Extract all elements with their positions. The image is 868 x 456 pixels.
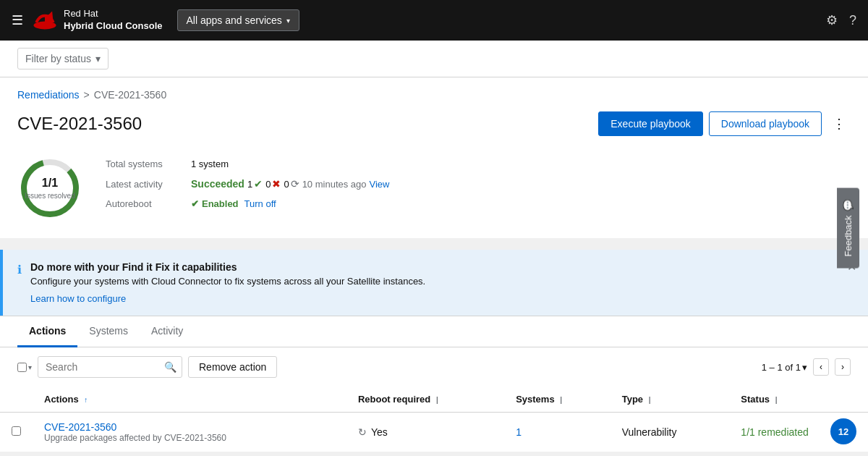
page-actions: Execute playbook Download playbook ⋮ [598,109,851,138]
info-icon: ℹ [17,263,22,276]
feedback-label: Feedback [843,215,854,256]
more-options-button[interactable]: ⋮ [827,109,851,138]
th-status: Status | [729,387,868,413]
row-checkbox[interactable] [12,426,21,436]
type-filter-icon[interactable]: | [649,396,651,404]
spinner-icon: ⟳ [291,178,299,190]
systems-filter-icon[interactable]: | [560,396,562,404]
redhat-logo-icon [32,10,58,30]
reboot-value: Yes [371,426,388,438]
status-filter-icon[interactable]: | [775,396,778,404]
pagination-info: 1 – 1 of 1 ▾ ‹ › [762,358,851,376]
filter-status-dropdown[interactable]: Filter by status ▾ [17,48,109,69]
row-checkbox-cell [0,413,33,452]
select-all-chevron[interactable]: ▾ [28,363,32,371]
table-row: CVE-2021-3560 Upgrade packages affected … [0,413,868,452]
download-playbook-button[interactable]: Download playbook [709,111,822,136]
total-systems-row: Total systems 1 system [106,159,390,169]
remove-action-button[interactable]: Remove action [188,356,277,378]
execute-playbook-button[interactable]: Execute playbook [598,111,703,136]
table-body: CVE-2021-3560 Upgrade packages affected … [0,413,868,452]
tab-actions[interactable]: Actions [17,316,77,347]
pagination-chevron-icon: ▾ [802,362,807,373]
th-checkbox [0,387,33,413]
donut-fraction: 1/1 [25,176,75,191]
data-table: Actions ↑ Reboot required | Systems | Ty… [0,387,868,452]
count-value: 1 [247,179,252,190]
notification-badge[interactable]: 12 [830,418,856,444]
action-link[interactable]: CVE-2021-3560 [44,421,116,433]
top-navigation: ☰ Red Hat Hybrid Cloud Console All apps … [0,0,868,41]
brand-logo: Red Hat Hybrid Cloud Console [32,8,163,33]
section-divider [0,238,868,250]
row-systems-cell: 1 [504,413,610,452]
latest-activity-row: Latest activity Succeeded 1 ✔ 0 ✖ 0 ⟳ [106,178,390,190]
stats-details: Total systems 1 system Latest activity S… [106,156,390,209]
error-icon: ✖ [272,178,281,190]
info-banner-title: Do more with your Find it Fix it capabil… [30,261,854,273]
pagination-dropdown[interactable]: 1 – 1 of 1 ▾ [762,362,807,373]
donut-label: 1/1 Issues resolved [25,176,75,200]
th-systems: Systems | [504,387,610,413]
enabled-badge: ✔ Enabled [191,198,239,209]
filter-status-label: Filter by status [25,53,91,64]
check-icon: ✔ [254,178,263,190]
row-action-cell: CVE-2021-3560 Upgrade packages affected … [33,413,346,452]
search-wrapper: 🔍 [38,356,182,378]
check-circle-icon: ✔ [191,198,199,209]
total-systems-label: Total systems [106,159,185,169]
autoreboot-label: Autoreboot [106,198,185,209]
sort-icon[interactable]: ↑ [84,396,88,404]
table-toolbar: ▾ 🔍 Remove action 1 – 1 of 1 ▾ ‹ › [0,347,868,387]
tab-activity[interactable]: Activity [140,316,195,347]
select-all-checkbox-wrapper: ▾ [17,363,32,372]
turn-off-link[interactable]: Turn off [244,198,276,209]
help-icon[interactable]: ? [849,13,856,28]
th-systems-label: Systems [516,394,554,405]
th-type-label: Type [622,394,643,405]
search-icon[interactable]: 🔍 [164,361,176,373]
learn-how-link[interactable]: Learn how to configure [30,293,126,304]
apps-dropdown[interactable]: All apps and services ▾ [177,9,299,31]
chevron-down-icon: ▾ [286,17,290,25]
latest-activity-label: Latest activity [106,179,185,190]
row-type-cell: Vulnerability [610,413,730,452]
stats-section: 1/1 Issues resolved Total systems 1 syst… [17,156,851,238]
th-reboot-label: Reboot required [358,394,430,405]
next-page-button[interactable]: › [835,358,851,376]
chat-icon: 💬 [843,199,854,211]
breadcrumb-parent-link[interactable]: Remediations [17,89,80,101]
brand-text: Red Hat Hybrid Cloud Console [64,8,163,33]
settings-icon[interactable]: ⚙ [826,12,838,28]
info-banner: ℹ Do more with your Find it Fix it capab… [0,250,868,316]
filter-chevron-icon: ▾ [95,53,101,64]
notification-count: 12 [838,426,848,437]
th-type: Type | [610,387,730,413]
systems-count-link[interactable]: 1 [516,426,522,438]
prev-page-button[interactable]: ‹ [813,358,829,376]
select-all-checkbox[interactable] [17,363,27,372]
status-link[interactable]: 1/1 remediated [741,426,808,438]
status-succeeded: Succeeded [191,178,244,190]
hamburger-icon[interactable]: ☰ [12,12,23,28]
reboot-filter-icon[interactable]: | [436,396,438,404]
search-input[interactable] [38,356,182,378]
tab-systems[interactable]: Systems [77,316,140,347]
feedback-button[interactable]: Feedback 💬 [837,187,859,268]
info-banner-description: Configure your systems with Cloud Connec… [30,276,854,287]
breadcrumb-current: CVE-2021-3560 [94,89,166,101]
info-banner-content: Do more with your Find it Fix it capabil… [30,261,854,304]
reboot-icon: ↻ [358,426,367,438]
pending-count: 0 ⟳ [284,178,299,190]
tabs-section: Actions Systems Activity ▾ 🔍 Remove acti… [0,316,868,452]
main-content: Remediations > CVE-2021-3560 CVE-2021-35… [0,77,868,238]
view-link[interactable]: View [370,179,390,190]
success-count: 1 ✔ [247,178,263,190]
enabled-label: Enabled [202,198,239,209]
page-title: CVE-2021-3560 [17,114,598,134]
th-actions-label: Actions [44,394,79,405]
apps-dropdown-label: All apps and services [187,14,282,26]
time-ago: 10 minutes ago [302,179,367,190]
breadcrumb-separator: > [84,89,90,101]
breadcrumb: Remediations > CVE-2021-3560 [17,89,851,101]
